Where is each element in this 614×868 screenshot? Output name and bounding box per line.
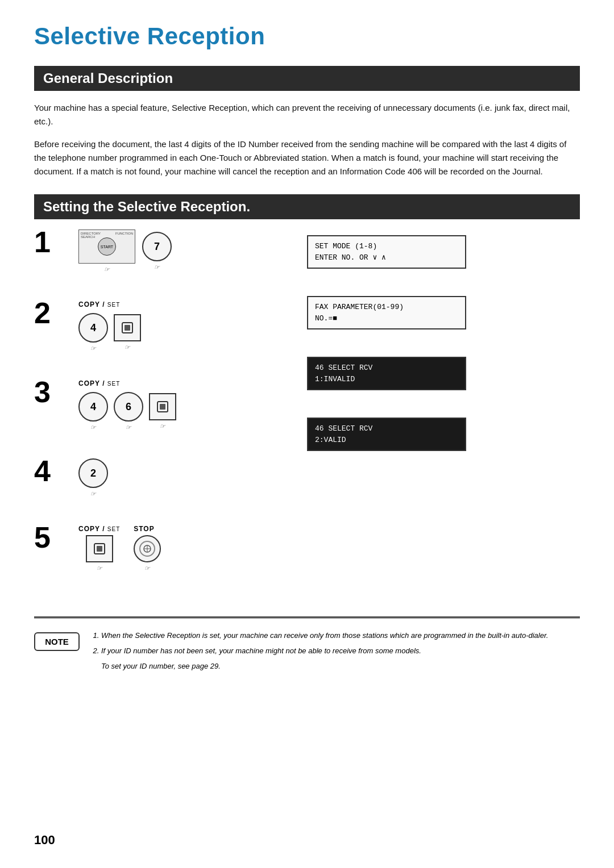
display-4: 46 SELECT RCV 2:VALID [307,418,466,451]
set-button-step5[interactable] [86,535,113,562]
step-2-label: COPY / SET [78,301,141,308]
setting-section: Setting the Selective Reception. 1 DIREC… [34,194,580,599]
svg-rect-1 [125,325,130,331]
step-4-row: 4 2 ☞ [34,458,296,509]
step-5-stop-finger: ☞ [144,565,150,572]
note-item-1: When the Selective Reception is set, you… [101,630,580,642]
general-description-header: General Description [34,66,580,91]
section-divider [34,616,580,619]
step-1-panel-finger: ☞ [104,266,110,273]
set-icon-step2 [121,322,134,334]
start-icon: START [101,245,113,249]
display-2: FAX PARAMETER(01-99) NO.=■ [307,296,466,329]
step-3-4-wrapper: 4 ☞ [78,392,108,431]
step-4-content: 2 ☞ [78,458,108,509]
step-3-6-wrapper: 6 ☞ [114,392,143,431]
display-3-line1: 46 SELECT RCV [315,362,458,374]
start-button[interactable]: START [98,237,116,256]
step-1-number: 1 [34,227,68,257]
step-1-content: DIRECTORYSEARCH FUNCTION START ☞ [78,229,172,285]
note-label: NOTE [34,632,80,651]
display-2-line2: NO.=■ [315,313,458,324]
button-4-step3[interactable]: 4 [78,392,108,422]
step-3-content: COPY / SET 4 ☞ 6 ☞ [78,379,176,443]
step-4-2-wrapper: 2 ☞ [78,458,108,498]
step-3-label: COPY / SET [78,379,176,387]
step-1-buttons: DIRECTORYSEARCH FUNCTION START ☞ [78,229,172,285]
general-description-section: General Description Your machine has a s… [34,66,580,178]
display-2-line1: FAX PARAMETER(01-99) [315,302,458,313]
button-6-step3[interactable]: 6 [114,392,143,422]
note-item-2: If your ID number has not been set, your… [101,645,580,657]
step-3-set-wrapper: ☞ [149,393,176,430]
step-4-2-finger: ☞ [90,490,96,498]
set-button-step3[interactable] [149,393,176,420]
button-4-step2[interactable]: 4 [78,313,108,343]
step-4-buttons: 2 ☞ [78,458,108,509]
display-2-container: FAX PARAMETER(01-99) NO.=■ [307,296,580,329]
note-item-3: To set your ID number, see page 29. [101,661,580,673]
step-5-label-copy: COPY / SET [78,525,120,533]
step-2-row: 2 COPY / SET 4 ☞ [34,301,296,364]
svg-rect-5 [97,546,102,552]
display-1-container: SET MODE (1-8) ENTER NO. OR ∨ ∧ [307,235,580,269]
step-1-7-wrapper: 7 ☞ [142,232,172,271]
page-title: Selective Reception [34,23,580,50]
display-4-container: 46 SELECT RCV 2:VALID [307,418,580,451]
button-2-step4[interactable]: 2 [78,458,108,488]
step-2-4-wrapper: 4 ☞ [78,313,108,352]
stop-inner [139,541,155,557]
steps-right: SET MODE (1-8) ENTER NO. OR ∨ ∧ FAX PARA… [307,229,580,599]
note-content: When the Selective Reception is set, you… [91,630,580,672]
display-1-line2: ENTER NO. OR ∨ ∧ [315,252,458,264]
set-button-step2[interactable] [114,314,141,341]
step-3-buttons: 4 ☞ 6 ☞ [78,392,176,443]
steps-container: 1 DIRECTORYSEARCH FUNCTION START [34,229,580,599]
step-2-content: COPY / SET 4 ☞ [78,301,141,364]
step-3-4-finger: ☞ [90,424,96,431]
step-4-number: 4 [34,456,68,486]
general-description-p2: Before receiving the document, the last … [34,137,580,178]
display-1: SET MODE (1-8) ENTER NO. OR ∨ ∧ [307,235,466,269]
step-1-panel-wrapper: DIRECTORYSEARCH FUNCTION START ☞ [78,229,135,273]
panel-button[interactable]: DIRECTORYSEARCH FUNCTION START [78,229,135,264]
general-description-p1: Your machine has a special feature, Sele… [34,101,580,128]
stop-icon [143,544,152,553]
step-2-set-finger: ☞ [125,344,130,351]
step-5-number: 5 [34,523,68,552]
directory-label: DIRECTORYSEARCH [81,232,101,239]
display-1-line1: SET MODE (1-8) [315,241,458,252]
step-5-content: COPY / SET ☞ [78,525,161,583]
step-5-stop-wrapper: ☞ [134,535,161,572]
step-5-set-wrapper: ☞ [78,535,120,572]
display-4-line1: 46 SELECT RCV [315,423,458,435]
set-icon-step5 [93,542,106,555]
step-2-4-finger: ☞ [90,345,96,352]
page-number: 100 [34,833,55,848]
step-1-7-finger: ☞ [154,264,160,271]
step-3-set-finger: ☞ [160,423,165,430]
step-3-6-finger: ☞ [126,424,131,431]
display-3-container: 46 SELECT RCV 1:INVALID [307,357,580,390]
step-2-number: 2 [34,298,68,328]
step-3-row: 3 COPY / SET 4 ☞ 6 ☞ [34,379,296,443]
step-2-set-wrapper: ☞ [114,314,141,351]
button-7[interactable]: 7 [142,232,172,261]
display-3-line2: 1:INVALID [315,374,458,385]
set-icon-step3 [156,400,169,413]
svg-rect-3 [160,404,165,410]
display-4-line2: 2:VALID [315,435,458,446]
step-5-set-finger: ☞ [97,565,102,572]
stop-button[interactable] [134,535,161,562]
step-1-row: 1 DIRECTORYSEARCH FUNCTION START [34,229,296,285]
display-3: 46 SELECT RCV 1:INVALID [307,357,466,390]
steps-left: 1 DIRECTORYSEARCH FUNCTION START [34,229,307,599]
note-section: NOTE When the Selective Reception is set… [34,630,580,672]
function-label: FUNCTION [115,232,133,239]
step-3-number: 3 [34,377,68,407]
step-5-label-stop: STOP [134,525,161,533]
setting-section-header: Setting the Selective Reception. [34,194,580,219]
panel-labels: DIRECTORYSEARCH FUNCTION [81,232,133,239]
step-2-buttons: 4 ☞ ☞ [78,313,141,364]
step-5-row: 5 COPY / SET [34,525,296,583]
